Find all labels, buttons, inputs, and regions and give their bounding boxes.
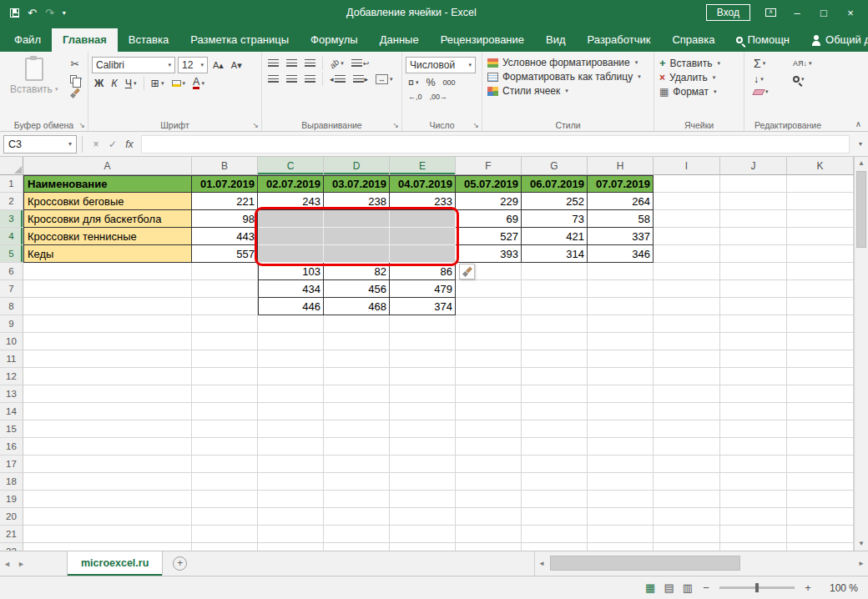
cell-I10[interactable] xyxy=(654,333,720,350)
sheet-nav-left-icon[interactable]: ◄ xyxy=(0,560,14,568)
cell-H7[interactable] xyxy=(588,280,654,298)
delete-cells-button[interactable]: × Удалить▾ xyxy=(659,72,739,83)
row-header-4[interactable]: 4 xyxy=(0,228,23,245)
sort-filter-button[interactable]: АЯ↓▾ xyxy=(790,56,825,71)
ribbon-display-options-icon[interactable] xyxy=(765,8,776,17)
cell-B21[interactable] xyxy=(192,526,258,543)
zoom-out-icon[interactable]: − xyxy=(701,581,711,594)
number-dialog-launcher-icon[interactable]: ↘ xyxy=(472,121,479,129)
cell-A11[interactable] xyxy=(23,350,192,368)
cell-G21[interactable] xyxy=(522,526,588,543)
cell-D12[interactable] xyxy=(324,368,390,385)
ribbon-tab-page-layout[interactable]: Разметка страницы xyxy=(179,28,300,52)
cell-A15[interactable] xyxy=(23,420,192,438)
cell-C5[interactable] xyxy=(258,245,324,263)
vscroll-up-arrow[interactable]: ▲ xyxy=(855,157,868,170)
cell-B18[interactable] xyxy=(192,473,258,491)
cell-H10[interactable] xyxy=(588,333,654,350)
paste-button[interactable]: Вставить▾ xyxy=(3,54,64,99)
italic-button[interactable]: К xyxy=(108,77,119,90)
cell-C13[interactable] xyxy=(258,385,324,403)
cell-D1[interactable]: 03.07.2019 xyxy=(324,175,390,193)
cell-I19[interactable] xyxy=(654,491,720,508)
cell-G13[interactable] xyxy=(522,385,588,403)
cell-C2[interactable]: 243 xyxy=(258,193,324,210)
cell-K18[interactable] xyxy=(787,473,854,491)
save-icon[interactable] xyxy=(10,8,19,18)
bold-button[interactable]: Ж xyxy=(92,77,106,90)
cell-F7[interactable] xyxy=(456,280,522,298)
cell-F14[interactable] xyxy=(456,403,522,420)
redo-icon[interactable]: ↷ xyxy=(45,7,54,19)
ribbon-tab-formulas[interactable]: Формулы xyxy=(300,28,369,52)
cell-F21[interactable] xyxy=(456,526,522,543)
cell-G11[interactable] xyxy=(522,350,588,368)
cell-K14[interactable] xyxy=(787,403,854,420)
cell-J22[interactable] xyxy=(720,543,787,551)
cell-K20[interactable] xyxy=(787,508,854,526)
insert-cells-button[interactable]: + Вставить▾ xyxy=(659,57,739,69)
cell-I5[interactable] xyxy=(654,245,720,263)
column-header-G[interactable]: G xyxy=(522,157,588,175)
row-header-15[interactable]: 15 xyxy=(0,420,23,438)
row-header-11[interactable]: 11 xyxy=(0,350,23,368)
cell-I12[interactable] xyxy=(654,368,720,385)
cell-E5[interactable] xyxy=(390,245,456,263)
enter-icon[interactable]: ✓ xyxy=(104,138,121,150)
row-header-19[interactable]: 19 xyxy=(0,491,23,508)
cell-K3[interactable] xyxy=(787,210,854,228)
cell-I9[interactable] xyxy=(654,315,720,333)
insert-function-icon[interactable]: fx xyxy=(121,138,138,150)
cell-A2[interactable]: Кроссовки беговые xyxy=(23,193,192,210)
cell-G1[interactable]: 06.07.2019 xyxy=(522,175,588,193)
clear-button[interactable]: ▾ xyxy=(751,88,782,96)
cell-B22[interactable] xyxy=(192,543,258,551)
cell-D10[interactable] xyxy=(324,333,390,350)
cell-G9[interactable] xyxy=(522,315,588,333)
zoom-slider[interactable] xyxy=(719,586,795,589)
cell-B1[interactable]: 01.07.2019 xyxy=(192,175,258,193)
vscroll-down-arrow[interactable]: ▼ xyxy=(855,537,868,551)
cell-H14[interactable] xyxy=(588,403,654,420)
cell-E20[interactable] xyxy=(390,508,456,526)
row-header-3[interactable]: 3 xyxy=(0,210,23,228)
borders-button[interactable]: ⊞▾ xyxy=(149,76,167,90)
row-header-20[interactable]: 20 xyxy=(0,508,23,526)
cell-J21[interactable] xyxy=(720,526,787,543)
cell-E17[interactable] xyxy=(390,456,456,473)
cell-J16[interactable] xyxy=(720,438,787,456)
cell-C7[interactable]: 434 xyxy=(258,280,324,298)
column-header-B[interactable]: B xyxy=(192,157,258,175)
row-header-5[interactable]: 5 xyxy=(0,245,23,263)
alignment-dialog-launcher-icon[interactable]: ↘ xyxy=(392,121,399,129)
cell-F10[interactable] xyxy=(456,333,522,350)
zoom-slider-thumb[interactable] xyxy=(755,583,759,592)
ribbon-tab-help[interactable]: Справка xyxy=(661,28,725,52)
cell-G5[interactable]: 314 xyxy=(522,245,588,263)
cell-I6[interactable] xyxy=(654,263,720,280)
merge-center-button[interactable]: ↔▾ xyxy=(373,73,396,85)
sheet-nav-right-icon[interactable]: ► xyxy=(14,560,28,568)
row-header-18[interactable]: 18 xyxy=(0,473,23,491)
sheet-tab-active[interactable]: microexcel.ru xyxy=(67,551,163,576)
cell-E21[interactable] xyxy=(390,526,456,543)
row-header-2[interactable]: 2 xyxy=(0,193,23,210)
cell-B15[interactable] xyxy=(192,420,258,438)
cell-B12[interactable] xyxy=(192,368,258,385)
cell-K13[interactable] xyxy=(787,385,854,403)
cell-I14[interactable] xyxy=(654,403,720,420)
cell-B4[interactable]: 443 xyxy=(192,228,258,245)
cell-G19[interactable] xyxy=(522,491,588,508)
cell-C17[interactable] xyxy=(258,456,324,473)
cell-H21[interactable] xyxy=(588,526,654,543)
cell-F3[interactable]: 69 xyxy=(456,210,522,228)
cell-C10[interactable] xyxy=(258,333,324,350)
cell-A17[interactable] xyxy=(23,456,192,473)
vertical-scrollbar[interactable]: ▲ ▼ xyxy=(854,157,868,551)
cell-F15[interactable] xyxy=(456,420,522,438)
cell-D16[interactable] xyxy=(324,438,390,456)
font-color-button[interactable]: А▾ xyxy=(190,76,207,90)
increase-indent-button[interactable]: ▸ xyxy=(351,74,371,84)
cell-I15[interactable] xyxy=(654,420,720,438)
cell-K16[interactable] xyxy=(787,438,854,456)
